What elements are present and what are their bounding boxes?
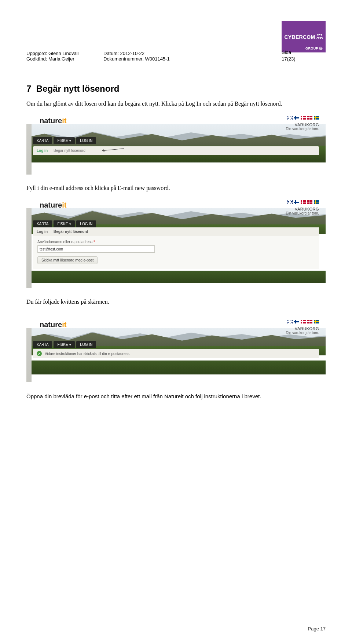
flag-se-icon[interactable] — [314, 320, 319, 323]
heading-title: Begär nytt lösenord — [36, 84, 120, 94]
required-asterisk: * — [94, 240, 95, 244]
nav-login[interactable]: LOG IN — [76, 220, 96, 227]
svg-point-2 — [321, 34, 322, 36]
nav-fiske[interactable]: FISKE▾ — [54, 341, 75, 348]
svg-point-0 — [317, 34, 319, 36]
flag-gb-icon[interactable] — [287, 116, 293, 120]
meta-godkand-label: Godkänd: — [26, 56, 47, 62]
flag-fi-icon[interactable] — [294, 320, 299, 323]
meta-godkand-value: Maria Geijer — [48, 56, 74, 62]
cart-widget[interactable]: VARUKORG Din varukorg är tom. — [286, 122, 319, 131]
page-number: Page 17 — [308, 626, 326, 632]
cart-empty-text: Din varukorg är tom. — [286, 211, 319, 215]
nav-login[interactable]: LOG IN — [76, 137, 96, 144]
cybercom-logo: CYBERCOM GROUP — [282, 21, 326, 52]
main-nav: KARTA FISKE▾ LOG IN — [33, 220, 96, 227]
chevron-down-icon: ▾ — [69, 343, 71, 347]
meta-datum-value: 2012-10-22 — [120, 51, 145, 56]
language-flags[interactable] — [287, 200, 319, 204]
success-message: Vidare instruktioner har skickats till d… — [45, 352, 130, 356]
email-field[interactable] — [37, 245, 155, 253]
flag-fi-icon[interactable] — [294, 200, 299, 204]
cart-empty-text: Din varukorg är tom. — [286, 331, 319, 335]
nav-fiske[interactable]: FISKE▾ — [54, 137, 75, 144]
main-nav: KARTA FISKE▾ LOG IN — [33, 137, 96, 144]
svg-point-1 — [319, 34, 320, 35]
flag-dk-icon[interactable] — [301, 200, 306, 204]
meta-uppgjord-value: Glenn Lindvall — [48, 51, 78, 56]
people-icon — [316, 33, 323, 40]
paragraph-4: Öppna din brevlåda för e-post och titta … — [26, 393, 326, 399]
arrow-annotation-icon — [99, 147, 125, 152]
document-header: CYBERCOM GROUP Sida 17(23) Uppgjord: Gle… — [26, 21, 326, 62]
meta-doknr-value: W001145-1 — [145, 56, 169, 62]
chevron-down-icon: ▾ — [69, 139, 71, 143]
email-field-label: Användarnamn eller e-postadress * — [37, 240, 315, 244]
cart-title: VARUKORG — [286, 326, 319, 331]
section-heading: 7 Begär nytt lösenord — [26, 84, 326, 94]
logo-text-main: CYBERCOM — [284, 34, 315, 40]
nav-karta[interactable]: KARTA — [33, 137, 52, 144]
language-flags[interactable] — [287, 116, 319, 120]
cart-title: VARUKORG — [286, 207, 319, 211]
meta-uppgjord-label: Uppgjord: — [26, 51, 47, 56]
paragraph-3: Du får följade kvittens på skärmen. — [26, 299, 326, 305]
tab-login[interactable]: Log in — [37, 149, 48, 153]
flag-no-icon[interactable] — [307, 116, 312, 120]
brand-logo[interactable]: natureit — [40, 201, 66, 209]
heading-number: 7 — [26, 84, 31, 94]
language-flags[interactable] — [287, 320, 319, 323]
nav-karta[interactable]: KARTA — [33, 220, 52, 227]
nav-login[interactable]: LOG IN — [76, 341, 96, 348]
flag-se-icon[interactable] — [314, 116, 319, 120]
intro-paragraph: Om du har glömt av ditt lösen ord kan du… — [26, 100, 326, 107]
flag-dk-icon[interactable] — [301, 116, 306, 120]
cart-empty-text: Din varukorg är tom. — [286, 127, 319, 131]
screenshot-1: natureit VARUKORG Din varukorg är tom. K… — [26, 112, 326, 175]
tab-login[interactable]: Log in — [37, 230, 48, 234]
nav-karta[interactable]: KARTA — [33, 341, 52, 348]
screenshot-2: natureit VARUKORG Din varukorg är tom. K… — [26, 197, 326, 288]
chevron-down-icon: ▾ — [69, 222, 71, 226]
main-nav: KARTA FISKE▾ LOG IN — [33, 341, 96, 348]
screenshot-3: natureit VARUKORG Din varukorg är tom. K… — [26, 316, 326, 382]
send-password-button[interactable]: Skicka nytt lösenord med e-post — [37, 256, 98, 264]
check-icon: ✓ — [37, 351, 42, 356]
tab-reset-password[interactable]: Begär nytt lösenord — [54, 230, 88, 234]
nav-fiske[interactable]: FISKE▾ — [54, 220, 75, 227]
flag-no-icon[interactable] — [307, 320, 312, 323]
flag-fi-icon[interactable] — [294, 116, 299, 120]
flag-gb-icon[interactable] — [287, 320, 293, 323]
cart-title: VARUKORG — [286, 122, 319, 127]
meta-datum-label: Datum: — [103, 51, 119, 56]
flag-dk-icon[interactable] — [301, 320, 306, 323]
paragraph-2: Fyll i din e-mail address och klicka på … — [26, 185, 326, 191]
flag-gb-icon[interactable] — [287, 200, 293, 204]
meta-doknr-label: Dokumentnummer. — [103, 56, 144, 62]
cart-widget[interactable]: VARUKORG Din varukorg är tom. — [286, 207, 319, 215]
tab-reset-password[interactable]: Begär nytt lösenord — [54, 149, 85, 153]
cart-widget[interactable]: VARUKORG Din varukorg är tom. — [286, 326, 319, 335]
brand-logo[interactable]: natureit — [40, 117, 66, 125]
brand-logo[interactable]: natureit — [40, 321, 66, 329]
flag-no-icon[interactable] — [307, 200, 312, 204]
flag-se-icon[interactable] — [314, 200, 319, 204]
